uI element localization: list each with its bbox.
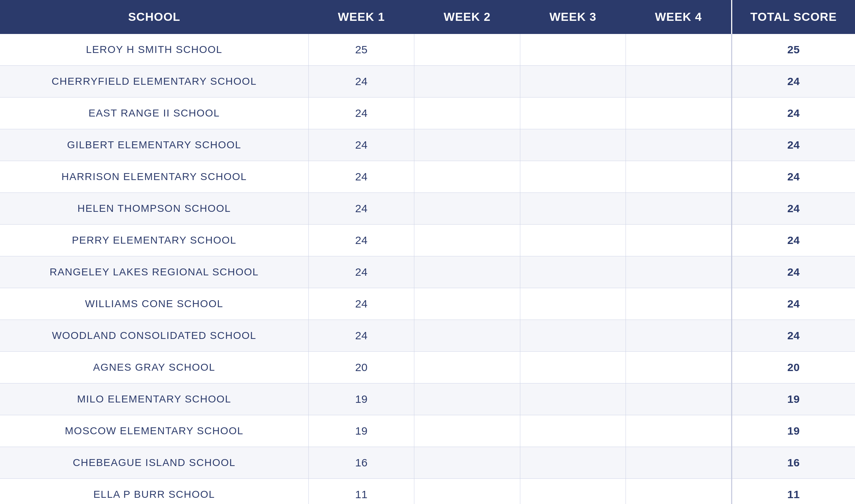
- week3-score-cell: [520, 288, 626, 320]
- week4-score-cell: [626, 129, 732, 161]
- table-row: EAST RANGE II SCHOOL2424: [0, 98, 855, 129]
- table-row: ELLA P BURR SCHOOL1111: [0, 479, 855, 504]
- week2-score-cell: [414, 415, 520, 447]
- total-score-cell: 24: [732, 225, 855, 256]
- table-row: WOODLAND CONSOLIDATED SCHOOL2424: [0, 320, 855, 352]
- week1-score-cell: 19: [308, 415, 414, 447]
- total-score-cell: 24: [732, 98, 855, 129]
- total-score-cell: 24: [732, 320, 855, 352]
- table-row: MOSCOW ELEMENTARY SCHOOL1919: [0, 415, 855, 447]
- week1-score-cell: 24: [308, 98, 414, 129]
- school-name-cell: WILLIAMS CONE SCHOOL: [0, 288, 308, 320]
- week2-score-cell: [414, 288, 520, 320]
- table-header-row: School Week 1 Week 2 Week 3 Week 4 TOTAL…: [0, 0, 855, 34]
- week4-score-cell: [626, 34, 732, 66]
- school-name-cell: MILO ELEMENTARY SCHOOL: [0, 383, 308, 415]
- total-score-cell: 24: [732, 129, 855, 161]
- school-name-cell: CHERRYFIELD ELEMENTARY SCHOOL: [0, 66, 308, 98]
- week2-score-cell: [414, 256, 520, 288]
- school-name-cell: LEROY H SMITH SCHOOL: [0, 34, 308, 66]
- week4-score-cell: [626, 66, 732, 98]
- week4-score-cell: [626, 225, 732, 256]
- week3-score-cell: [520, 66, 626, 98]
- leaderboard-table: School Week 1 Week 2 Week 3 Week 4 TOTAL…: [0, 0, 855, 504]
- week2-score-cell: [414, 34, 520, 66]
- school-name-cell: CHEBEAGUE ISLAND SCHOOL: [0, 447, 308, 479]
- school-name-cell: RANGELEY LAKES REGIONAL SCHOOL: [0, 256, 308, 288]
- week1-score-cell: 24: [308, 320, 414, 352]
- school-name-cell: WOODLAND CONSOLIDATED SCHOOL: [0, 320, 308, 352]
- week4-score-cell: [626, 447, 732, 479]
- week1-score-cell: 24: [308, 288, 414, 320]
- table-row: HELEN THOMPSON SCHOOL2424: [0, 193, 855, 225]
- total-score-cell: 24: [732, 193, 855, 225]
- table-row: WILLIAMS CONE SCHOOL2424: [0, 288, 855, 320]
- total-score-cell: 24: [732, 66, 855, 98]
- week2-score-cell: [414, 383, 520, 415]
- week4-score-cell: [626, 415, 732, 447]
- week2-score-cell: [414, 447, 520, 479]
- header-total-score: TOTAL SCORE: [732, 0, 855, 34]
- week2-score-cell: [414, 193, 520, 225]
- total-score-cell: 24: [732, 288, 855, 320]
- week4-score-cell: [626, 256, 732, 288]
- header-week4: Week 4: [626, 0, 732, 34]
- table-row: MILO ELEMENTARY SCHOOL1919: [0, 383, 855, 415]
- school-name-cell: GILBERT ELEMENTARY SCHOOL: [0, 129, 308, 161]
- week2-score-cell: [414, 98, 520, 129]
- week2-score-cell: [414, 352, 520, 383]
- week2-score-cell: [414, 320, 520, 352]
- total-score-cell: 11: [732, 479, 855, 504]
- table-row: LEROY H SMITH SCHOOL2525: [0, 34, 855, 66]
- week2-score-cell: [414, 225, 520, 256]
- school-name-cell: ELLA P BURR SCHOOL: [0, 479, 308, 504]
- week1-score-cell: 24: [308, 161, 414, 193]
- week4-score-cell: [626, 320, 732, 352]
- week1-score-cell: 24: [308, 193, 414, 225]
- total-score-cell: 25: [732, 34, 855, 66]
- week4-score-cell: [626, 193, 732, 225]
- week2-score-cell: [414, 161, 520, 193]
- header-school: School: [0, 0, 308, 34]
- week1-score-cell: 16: [308, 447, 414, 479]
- table-row: CHEBEAGUE ISLAND SCHOOL1616: [0, 447, 855, 479]
- week3-score-cell: [520, 256, 626, 288]
- header-week3: Week 3: [520, 0, 626, 34]
- week4-score-cell: [626, 383, 732, 415]
- week1-score-cell: 20: [308, 352, 414, 383]
- week3-score-cell: [520, 193, 626, 225]
- school-name-cell: MOSCOW ELEMENTARY SCHOOL: [0, 415, 308, 447]
- table-row: HARRISON ELEMENTARY SCHOOL2424: [0, 161, 855, 193]
- table-row: AGNES GRAY SCHOOL2020: [0, 352, 855, 383]
- total-score-cell: 19: [732, 383, 855, 415]
- week2-score-cell: [414, 66, 520, 98]
- total-score-cell: 16: [732, 447, 855, 479]
- school-name-cell: HARRISON ELEMENTARY SCHOOL: [0, 161, 308, 193]
- week4-score-cell: [626, 98, 732, 129]
- table-row: RANGELEY LAKES REGIONAL SCHOOL2424: [0, 256, 855, 288]
- school-name-cell: PERRY ELEMENTARY SCHOOL: [0, 225, 308, 256]
- week1-score-cell: 24: [308, 225, 414, 256]
- week1-score-cell: 19: [308, 383, 414, 415]
- header-week2: Week 2: [414, 0, 520, 34]
- week3-score-cell: [520, 225, 626, 256]
- total-score-cell: 24: [732, 161, 855, 193]
- week4-score-cell: [626, 352, 732, 383]
- week1-score-cell: 11: [308, 479, 414, 504]
- total-score-cell: 19: [732, 415, 855, 447]
- week3-score-cell: [520, 447, 626, 479]
- week3-score-cell: [520, 479, 626, 504]
- week3-score-cell: [520, 161, 626, 193]
- week4-score-cell: [626, 161, 732, 193]
- week3-score-cell: [520, 129, 626, 161]
- school-name-cell: HELEN THOMPSON SCHOOL: [0, 193, 308, 225]
- school-name-cell: EAST RANGE II SCHOOL: [0, 98, 308, 129]
- total-score-cell: 20: [732, 352, 855, 383]
- week4-score-cell: [626, 479, 732, 504]
- school-name-cell: AGNES GRAY SCHOOL: [0, 352, 308, 383]
- week3-score-cell: [520, 415, 626, 447]
- week1-score-cell: 25: [308, 34, 414, 66]
- week1-score-cell: 24: [308, 129, 414, 161]
- header-week1: Week 1: [308, 0, 414, 34]
- week2-score-cell: [414, 129, 520, 161]
